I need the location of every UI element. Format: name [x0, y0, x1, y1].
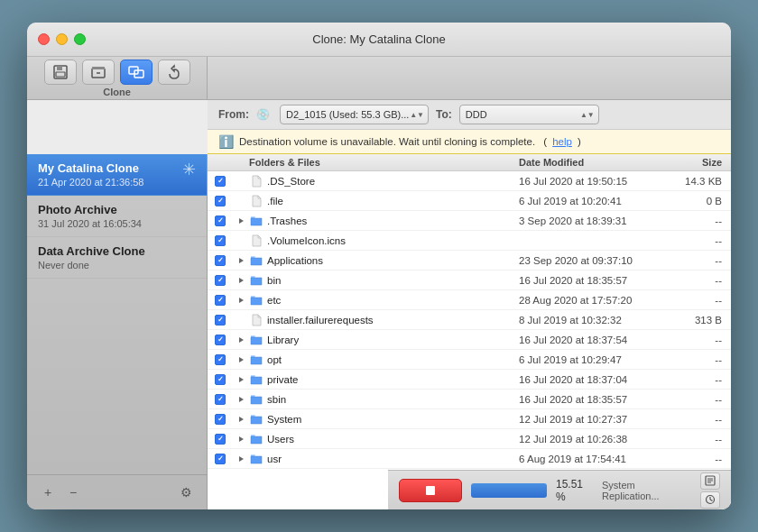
checkbox-checked-icon — [215, 454, 226, 464]
expand-button-14[interactable] — [233, 455, 249, 463]
file-size-13: -- — [672, 434, 731, 445]
row-checkbox-12[interactable] — [208, 414, 233, 425]
file-date-8: 16 Jul 2020 at 18:37:54 — [519, 335, 672, 345]
folder-svg-icon — [250, 434, 263, 445]
minimize-button[interactable] — [56, 33, 68, 45]
add-clone-button[interactable]: + — [38, 482, 58, 502]
file-name-cell-1: .file — [249, 194, 519, 208]
checkbox-checked-icon — [215, 295, 226, 306]
file-name-text-12: System — [267, 414, 301, 425]
checkbox-checked-icon — [215, 394, 226, 405]
file-svg-icon — [251, 195, 262, 207]
file-date-6: 28 Aug 2020 at 17:57:20 — [519, 295, 672, 306]
row-checkbox-8[interactable] — [208, 335, 233, 345]
to-select[interactable]: DDD — [459, 105, 599, 124]
progress-bar — [471, 483, 547, 498]
row-checkbox-11[interactable] — [208, 394, 233, 405]
close-button[interactable] — [38, 33, 50, 45]
file-name-cell-13: Users — [249, 432, 519, 446]
restore-button[interactable] — [158, 60, 190, 85]
header-name: Folders & Files — [249, 157, 519, 168]
restore-icon — [166, 64, 182, 80]
save-button[interactable] — [44, 60, 77, 85]
from-select-box[interactable]: D2_1015 (Used: 55.3 GB)... ▲▼ — [280, 105, 429, 124]
stop-button[interactable] — [399, 479, 462, 502]
expand-button-5[interactable] — [233, 277, 249, 284]
file-name-cell-3: .VolumeIcon.icns — [249, 234, 519, 248]
warning-bar: ℹ️ Destination volume is unavailable. Wa… — [208, 130, 731, 154]
svg-rect-2 — [56, 72, 65, 77]
row-checkbox-5[interactable] — [208, 275, 233, 286]
expand-button-2[interactable] — [233, 217, 249, 225]
row-checkbox-1[interactable] — [208, 196, 233, 206]
row-checkbox-3[interactable] — [208, 235, 233, 246]
file-name-text-8: Library — [267, 335, 299, 345]
from-select[interactable]: D2_1015 (Used: 55.3 GB)... — [280, 105, 429, 124]
file-pane: Folders & Files Date Modified Size .DS_S… — [208, 154, 731, 509]
expand-button-10[interactable] — [233, 376, 249, 383]
row-checkbox-4[interactable] — [208, 255, 233, 266]
row-checkbox-10[interactable] — [208, 374, 233, 385]
svg-marker-9 — [239, 258, 244, 263]
to-select-box[interactable]: DDD ▲▼ — [459, 105, 599, 124]
folder-svg-icon — [250, 295, 263, 306]
row-checkbox-13[interactable] — [208, 434, 233, 445]
to-label: To: — [436, 108, 452, 121]
file-name-cell-14: usr — [249, 452, 519, 466]
row-checkbox-2[interactable] — [208, 216, 233, 226]
folder-svg-icon — [250, 454, 263, 464]
file-icon — [249, 194, 263, 208]
folder-svg-icon — [250, 255, 263, 266]
log-icon — [705, 475, 716, 486]
header-size: Size — [672, 157, 731, 168]
remove-clone-button[interactable]: − — [63, 482, 83, 502]
svg-marker-15 — [239, 397, 244, 402]
history-button[interactable] — [700, 491, 720, 509]
file-size-9: -- — [672, 354, 731, 365]
expand-button-13[interactable] — [233, 436, 249, 443]
sidebar-item-1[interactable]: Photo Archive 31 Jul 2020 at 16:05:34 — [27, 196, 207, 237]
file-name-text-13: Users — [267, 434, 294, 445]
maximize-button[interactable] — [74, 33, 86, 45]
main-window: Clone: My Catalina Clone — [27, 23, 731, 509]
expand-triangle-icon — [237, 356, 245, 363]
log-button[interactable] — [700, 472, 720, 490]
folder-svg-icon — [250, 374, 263, 385]
row-checkbox-7[interactable] — [208, 315, 233, 326]
expand-button-12[interactable] — [233, 416, 249, 423]
clone-button[interactable] — [120, 60, 153, 85]
expand-button-4[interactable] — [233, 257, 249, 264]
row-checkbox-9[interactable] — [208, 354, 233, 365]
file-date-14: 6 Aug 2019 at 17:54:41 — [519, 454, 672, 464]
folder-svg-icon — [250, 335, 263, 345]
svg-marker-14 — [239, 377, 244, 382]
row-checkbox-6[interactable] — [208, 295, 233, 306]
sidebar-item-0[interactable]: My Catalina Clone 21 Apr 2020 at 21:36:5… — [27, 154, 207, 196]
file-name-text-3: .VolumeIcon.icns — [267, 235, 346, 246]
archive-button[interactable] — [82, 60, 115, 85]
file-size-4: -- — [672, 255, 731, 266]
clone-label: Clone — [103, 87, 131, 97]
file-size-12: -- — [672, 414, 731, 425]
settings-button[interactable]: ⚙ — [176, 482, 196, 502]
folder-svg-icon — [250, 354, 263, 365]
file-date-2: 3 Sep 2020 at 18:39:31 — [519, 216, 672, 226]
table-row: .DS_Store16 Jul 2020 at 19:50:1514.3 KB — [208, 171, 731, 191]
checkbox-checked-icon — [215, 216, 226, 226]
file-name-text-10: private — [267, 374, 299, 385]
help-link[interactable]: help — [552, 136, 572, 147]
file-icon — [249, 313, 263, 327]
row-checkbox-14[interactable] — [208, 454, 233, 464]
table-row: System12 Jul 2019 at 10:27:37-- — [208, 409, 731, 429]
table-row: etc28 Aug 2020 at 17:57:20-- — [208, 290, 731, 310]
expand-triangle-icon — [237, 376, 245, 383]
sidebar-item-2[interactable]: Data Archive Clone Never done — [27, 237, 207, 279]
file-date-9: 6 Jul 2019 at 10:29:47 — [519, 354, 672, 365]
expand-button-6[interactable] — [233, 297, 249, 304]
expand-button-8[interactable] — [233, 336, 249, 344]
row-checkbox-0[interactable] — [208, 176, 233, 187]
expand-button-11[interactable] — [233, 396, 249, 403]
file-name-cell-10: private — [249, 372, 519, 387]
expand-button-9[interactable] — [233, 356, 249, 363]
checkbox-checked-icon — [215, 196, 226, 206]
